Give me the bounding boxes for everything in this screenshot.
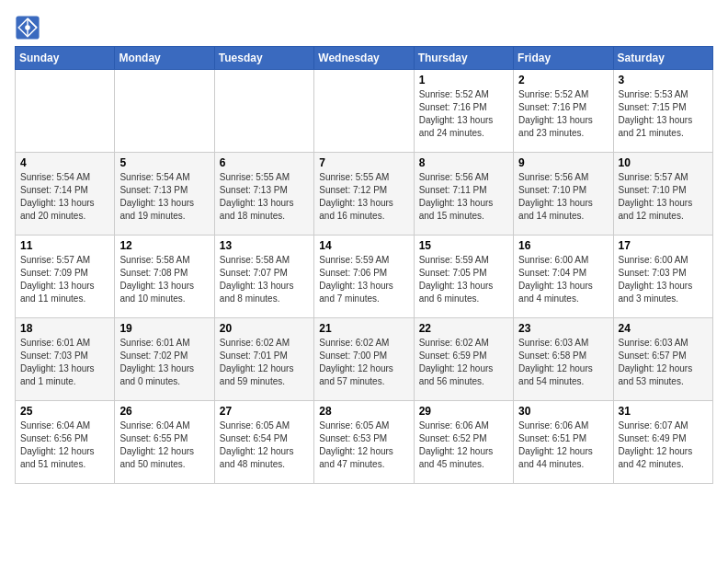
day-info: Sunrise: 5:57 AM Sunset: 7:09 PM Dayligh… <box>20 254 109 305</box>
day-info: Sunrise: 5:56 AM Sunset: 7:10 PM Dayligh… <box>518 171 608 223</box>
day-info: Sunrise: 5:59 AM Sunset: 7:06 PM Dayligh… <box>319 254 408 305</box>
day-info: Sunrise: 6:04 AM Sunset: 6:56 PM Dayligh… <box>20 419 109 471</box>
week-row-3: 11Sunrise: 5:57 AM Sunset: 7:09 PM Dayli… <box>16 236 713 318</box>
day-number: 20 <box>220 322 309 335</box>
header <box>15 15 713 40</box>
day-number: 26 <box>119 405 209 418</box>
calendar-cell: 27Sunrise: 6:05 AM Sunset: 6:54 PM Dayli… <box>214 401 313 484</box>
day-info: Sunrise: 5:53 AM Sunset: 7:15 PM Dayligh… <box>619 88 708 140</box>
calendar-cell: 11Sunrise: 5:57 AM Sunset: 7:09 PM Dayli… <box>16 236 115 318</box>
day-info: Sunrise: 6:04 AM Sunset: 6:55 PM Dayligh… <box>119 419 209 471</box>
calendar-cell: 5Sunrise: 5:54 AM Sunset: 7:13 PM Daylig… <box>115 153 214 236</box>
calendar-cell: 1Sunrise: 5:52 AM Sunset: 7:16 PM Daylig… <box>414 70 513 153</box>
day-number: 10 <box>619 156 708 169</box>
day-info: Sunrise: 5:52 AM Sunset: 7:16 PM Dayligh… <box>518 88 608 140</box>
day-number: 18 <box>20 322 109 335</box>
column-header-sunday: Sunday <box>16 47 115 70</box>
calendar-cell: 12Sunrise: 5:58 AM Sunset: 7:08 PM Dayli… <box>115 236 214 318</box>
day-number: 30 <box>518 405 608 418</box>
calendar-cell: 31Sunrise: 6:07 AM Sunset: 6:49 PM Dayli… <box>613 401 712 484</box>
calendar-cell: 9Sunrise: 5:56 AM Sunset: 7:10 PM Daylig… <box>514 153 613 236</box>
calendar-cell: 15Sunrise: 5:59 AM Sunset: 7:05 PM Dayli… <box>414 236 513 318</box>
calendar-cell: 19Sunrise: 6:01 AM Sunset: 7:02 PM Dayli… <box>115 318 214 401</box>
day-info: Sunrise: 6:06 AM Sunset: 6:51 PM Dayligh… <box>518 419 608 471</box>
day-number: 6 <box>220 156 309 169</box>
day-number: 15 <box>419 239 508 252</box>
calendar-cell: 26Sunrise: 6:04 AM Sunset: 6:55 PM Dayli… <box>115 401 214 484</box>
day-info: Sunrise: 5:58 AM Sunset: 7:08 PM Dayligh… <box>119 254 209 305</box>
day-number: 29 <box>419 405 508 418</box>
calendar-cell: 6Sunrise: 5:55 AM Sunset: 7:13 PM Daylig… <box>214 153 313 236</box>
calendar-cell: 25Sunrise: 6:04 AM Sunset: 6:56 PM Dayli… <box>16 401 115 484</box>
day-number: 8 <box>419 156 508 169</box>
day-info: Sunrise: 6:01 AM Sunset: 7:02 PM Dayligh… <box>119 337 209 388</box>
day-info: Sunrise: 5:56 AM Sunset: 7:11 PM Dayligh… <box>419 171 508 223</box>
column-header-saturday: Saturday <box>613 47 712 70</box>
day-info: Sunrise: 5:54 AM Sunset: 7:14 PM Dayligh… <box>20 171 109 223</box>
day-info: Sunrise: 5:58 AM Sunset: 7:07 PM Dayligh… <box>220 254 309 305</box>
day-number: 25 <box>20 405 109 418</box>
calendar-cell <box>115 70 214 153</box>
calendar-cell: 28Sunrise: 6:05 AM Sunset: 6:53 PM Dayli… <box>314 401 414 484</box>
week-row-1: 1Sunrise: 5:52 AM Sunset: 7:16 PM Daylig… <box>16 70 713 153</box>
day-number: 2 <box>518 74 608 86</box>
day-number: 4 <box>20 156 109 169</box>
day-number: 13 <box>220 239 309 252</box>
calendar-cell: 23Sunrise: 6:03 AM Sunset: 6:58 PM Dayli… <box>514 318 613 401</box>
day-info: Sunrise: 5:52 AM Sunset: 7:16 PM Dayligh… <box>419 88 508 140</box>
day-number: 28 <box>319 405 408 418</box>
day-number: 17 <box>619 239 708 252</box>
day-info: Sunrise: 6:05 AM Sunset: 6:54 PM Dayligh… <box>220 419 309 471</box>
day-number: 5 <box>119 156 209 169</box>
day-number: 11 <box>20 239 109 252</box>
day-number: 19 <box>119 322 209 335</box>
day-info: Sunrise: 5:55 AM Sunset: 7:12 PM Dayligh… <box>319 171 408 223</box>
day-number: 14 <box>319 239 408 252</box>
calendar-cell: 20Sunrise: 6:02 AM Sunset: 7:01 PM Dayli… <box>214 318 313 401</box>
calendar-cell: 10Sunrise: 5:57 AM Sunset: 7:10 PM Dayli… <box>613 153 712 236</box>
day-info: Sunrise: 6:06 AM Sunset: 6:52 PM Dayligh… <box>419 419 508 471</box>
day-number: 12 <box>119 239 209 252</box>
day-number: 24 <box>619 322 708 335</box>
column-header-friday: Friday <box>514 47 613 70</box>
calendar-cell <box>16 70 115 153</box>
calendar-cell: 29Sunrise: 6:06 AM Sunset: 6:52 PM Dayli… <box>414 401 513 484</box>
day-number: 16 <box>518 239 608 252</box>
column-header-monday: Monday <box>115 47 214 70</box>
day-info: Sunrise: 5:54 AM Sunset: 7:13 PM Dayligh… <box>119 171 209 223</box>
day-number: 3 <box>619 74 708 86</box>
day-number: 1 <box>419 74 508 86</box>
day-number: 7 <box>319 156 408 169</box>
calendar-cell: 3Sunrise: 5:53 AM Sunset: 7:15 PM Daylig… <box>613 70 712 153</box>
week-row-5: 25Sunrise: 6:04 AM Sunset: 6:56 PM Dayli… <box>16 401 713 484</box>
day-info: Sunrise: 6:00 AM Sunset: 7:04 PM Dayligh… <box>518 254 608 305</box>
calendar-cell: 16Sunrise: 6:00 AM Sunset: 7:04 PM Dayli… <box>514 236 613 318</box>
calendar-cell: 13Sunrise: 5:58 AM Sunset: 7:07 PM Dayli… <box>214 236 313 318</box>
day-info: Sunrise: 6:05 AM Sunset: 6:53 PM Dayligh… <box>319 419 408 471</box>
logo-icon <box>15 15 40 40</box>
column-header-wednesday: Wednesday <box>314 47 414 70</box>
calendar-cell: 21Sunrise: 6:02 AM Sunset: 7:00 PM Dayli… <box>314 318 414 401</box>
day-info: Sunrise: 5:59 AM Sunset: 7:05 PM Dayligh… <box>419 254 508 305</box>
day-info: Sunrise: 6:02 AM Sunset: 7:00 PM Dayligh… <box>319 337 408 388</box>
column-header-thursday: Thursday <box>414 47 513 70</box>
day-info: Sunrise: 5:57 AM Sunset: 7:10 PM Dayligh… <box>619 171 708 223</box>
day-info: Sunrise: 6:03 AM Sunset: 6:58 PM Dayligh… <box>518 337 608 388</box>
calendar-cell: 7Sunrise: 5:55 AM Sunset: 7:12 PM Daylig… <box>314 153 414 236</box>
calendar-cell <box>314 70 414 153</box>
svg-point-2 <box>25 25 30 30</box>
day-info: Sunrise: 6:02 AM Sunset: 6:59 PM Dayligh… <box>419 337 508 388</box>
calendar-cell: 24Sunrise: 6:03 AM Sunset: 6:57 PM Dayli… <box>613 318 712 401</box>
day-info: Sunrise: 6:03 AM Sunset: 6:57 PM Dayligh… <box>619 337 708 388</box>
calendar-cell: 4Sunrise: 5:54 AM Sunset: 7:14 PM Daylig… <box>16 153 115 236</box>
day-number: 27 <box>220 405 309 418</box>
calendar-cell: 18Sunrise: 6:01 AM Sunset: 7:03 PM Dayli… <box>16 318 115 401</box>
calendar-table: SundayMondayTuesdayWednesdayThursdayFrid… <box>15 46 713 484</box>
day-info: Sunrise: 6:02 AM Sunset: 7:01 PM Dayligh… <box>220 337 309 388</box>
day-number: 9 <box>518 156 608 169</box>
calendar-cell: 2Sunrise: 5:52 AM Sunset: 7:16 PM Daylig… <box>514 70 613 153</box>
day-info: Sunrise: 6:01 AM Sunset: 7:03 PM Dayligh… <box>20 337 109 388</box>
calendar-cell: 22Sunrise: 6:02 AM Sunset: 6:59 PM Dayli… <box>414 318 513 401</box>
week-row-2: 4Sunrise: 5:54 AM Sunset: 7:14 PM Daylig… <box>16 153 713 236</box>
day-info: Sunrise: 6:07 AM Sunset: 6:49 PM Dayligh… <box>619 419 708 471</box>
